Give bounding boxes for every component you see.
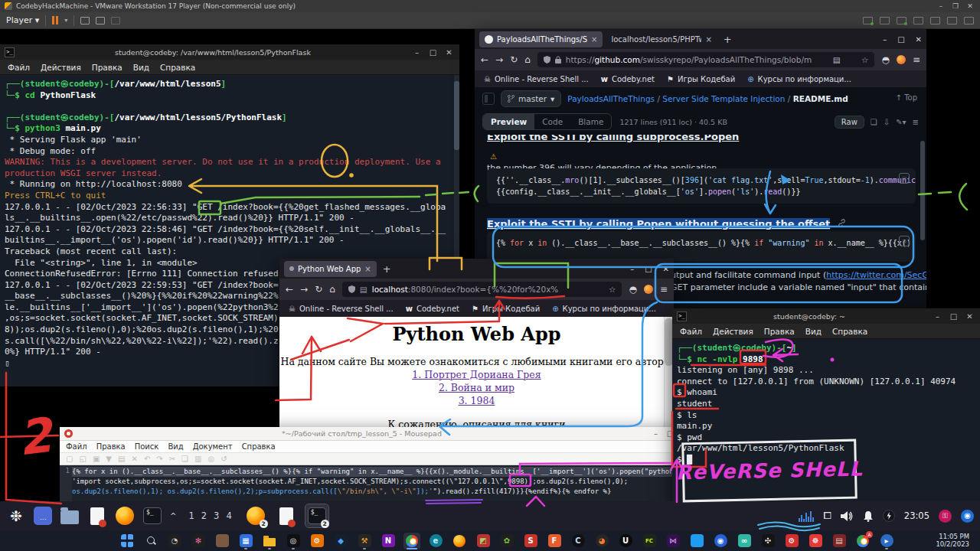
tab-preview[interactable]: Preview xyxy=(483,114,534,129)
toolbar-icon[interactable]: ▣ xyxy=(93,455,100,463)
book-link[interactable]: 1. Портрет Дориана Грея xyxy=(279,369,674,380)
taskbar-app-icon[interactable]: ▦ xyxy=(237,533,254,549)
pause-dropdown-icon[interactable]: ▾ xyxy=(64,17,67,24)
taskbar-app-icon[interactable]: ◕ xyxy=(593,533,610,549)
copy-code-icon[interactable]: ❏ xyxy=(899,236,910,246)
book-link[interactable]: 3. 1984 xyxy=(279,395,674,406)
pocket-icon[interactable]: ◓ xyxy=(629,284,636,295)
link-icon[interactable] xyxy=(838,219,846,227)
tab-payloadsallthethings[interactable]: PayloadsAllTheThings/Se × xyxy=(479,31,603,47)
minimize-button[interactable]: – xyxy=(630,265,634,273)
raw-button[interactable]: Raw xyxy=(835,116,864,129)
reload-button[interactable]: ↻ xyxy=(315,284,322,295)
menu-item[interactable]: Вид xyxy=(133,63,149,72)
menu-item[interactable]: Вид xyxy=(805,327,822,336)
display-status-icon[interactable] xyxy=(897,17,906,24)
power-manager-icon[interactable] xyxy=(883,510,895,522)
forward-button[interactable]: → xyxy=(300,284,308,295)
pause-vm-button[interactable] xyxy=(52,16,58,24)
toolbar-icon[interactable]: ▤ xyxy=(118,455,125,463)
breadcrumb-repo-link[interactable]: PayloadsAllTheThings xyxy=(567,94,655,103)
taskbar-app-icon[interactable]: ✻ xyxy=(190,533,207,549)
menu-item[interactable]: Действия xyxy=(713,327,753,336)
menu-item[interactable]: Справка xyxy=(242,442,276,451)
toolbar-icon[interactable]: ✂ xyxy=(169,455,175,463)
toolbar-icon[interactable]: ◎ xyxy=(208,455,215,463)
mousepad-titlebar[interactable]: *~/Рабочий стол/tmp_lesson_5 - Mousepad … xyxy=(60,427,680,441)
taskbar-app-icon[interactable]: FC xyxy=(641,533,658,549)
reader-icon[interactable]: ▤ xyxy=(833,55,841,64)
send-ctrl-alt-del-icon[interactable] xyxy=(80,17,90,24)
minimize-button[interactable]: – xyxy=(932,312,943,321)
taskbar-app-icon[interactable]: C xyxy=(570,533,586,549)
notifications-bell-icon[interactable] xyxy=(863,510,874,522)
taskbar-app-icon[interactable]: ▤ xyxy=(831,533,848,549)
back-button[interactable]: ← xyxy=(286,284,293,295)
pocket-icon[interactable]: ◓ xyxy=(881,54,889,65)
taskbar-app-icon[interactable]: ◎ xyxy=(285,533,302,549)
toolbar-icon[interactable]: ◱ xyxy=(79,455,86,463)
bookmark-item[interactable]: ☠Online - Reverse Shell ... xyxy=(289,305,394,313)
reload-button[interactable]: ↻ xyxy=(510,54,518,65)
copy-icon[interactable]: ❏ xyxy=(871,118,877,126)
menu-item[interactable]: Правка xyxy=(96,442,126,451)
vmware-maximize-button[interactable]: ❐ xyxy=(950,2,961,10)
menu-item[interactable]: Справка xyxy=(160,63,195,72)
fullscreen-icon[interactable] xyxy=(96,17,105,24)
workspace-number[interactable]: 3 xyxy=(214,510,219,521)
taskbar-app-icon[interactable]: ✣ xyxy=(760,533,776,549)
printer-status-icon[interactable] xyxy=(964,17,974,24)
menu-item[interactable]: Файл xyxy=(680,327,702,336)
bookmark-item[interactable]: wCodeby.net xyxy=(406,305,459,313)
workspace-number[interactable]: 1 xyxy=(188,510,194,521)
maximize-button[interactable]: □ xyxy=(897,35,904,44)
taskbar-app-icon[interactable]: ◉ xyxy=(712,533,729,549)
toolbar-icon[interactable]: ↷ xyxy=(156,455,162,463)
taskbar-app-icon[interactable]: U xyxy=(617,533,634,549)
edit-icon[interactable]: ✎▾ xyxy=(896,118,906,126)
taskbar-app-icon[interactable] xyxy=(403,533,420,549)
menu-item[interactable]: Документ xyxy=(193,442,233,451)
menu-item[interactable]: Файл xyxy=(8,63,30,72)
home-button[interactable]: ⌂ xyxy=(524,54,531,65)
tab-close-icon[interactable]: × xyxy=(364,265,371,273)
menu-item[interactable]: Вид xyxy=(168,442,183,451)
maximize-button[interactable]: □ xyxy=(427,48,439,57)
player-menu[interactable]: Player ▾ xyxy=(6,15,39,25)
display-tray-icon[interactable]: ⧠ xyxy=(823,510,831,522)
firefox-launcher-icon[interactable] xyxy=(115,506,135,526)
menu-item[interactable]: Действия xyxy=(41,63,81,72)
workspace-app-icon[interactable]: ⋯ xyxy=(34,507,52,525)
terminal-nc-titlebar[interactable]: >_ student@codeby: ~ – □ ✕ xyxy=(672,308,980,324)
back-button[interactable]: ← xyxy=(481,54,488,65)
applications-menu-icon[interactable]: ❉ xyxy=(6,506,26,526)
mousepad-editor[interactable]: 1 {% for x in ().__class__.__base__.__su… xyxy=(60,465,680,505)
menu-item[interactable]: Поиск xyxy=(135,442,159,451)
taskbar-app-icon[interactable]: N xyxy=(380,533,397,549)
toolbar-icon[interactable]: ↺ xyxy=(220,455,227,463)
tab-localhost-phptwig[interactable]: localhost/lesson5/PHPTwigI × xyxy=(606,31,717,47)
url-bar[interactable]: https://github.com/swisskyrepo/PayloadsA… xyxy=(537,52,875,67)
windows-clock[interactable]: 11:05 PM 10/2/2023 xyxy=(916,533,969,548)
bookmark-item[interactable]: ☠Online - Reverse Shell ... xyxy=(484,75,589,83)
tab-code[interactable]: Code xyxy=(534,114,570,129)
maximize-button[interactable]: □ xyxy=(948,312,959,321)
tab-close-icon[interactable]: × xyxy=(705,35,711,44)
start-button[interactable] xyxy=(119,533,136,549)
menu-item[interactable]: Правка xyxy=(764,327,795,336)
minimize-button[interactable]: – xyxy=(411,48,423,57)
vm-clock[interactable]: 23:05 xyxy=(904,510,929,521)
twitter-link[interactable]: https://twitter.com/SecGus xyxy=(826,270,926,280)
vmware-close-button[interactable]: ✕ xyxy=(965,2,975,10)
toolbar-icon[interactable]: ✕ xyxy=(132,455,138,463)
terminal-launcher-icon[interactable]: $_ xyxy=(142,506,162,526)
running-mousepad[interactable] xyxy=(275,504,298,527)
close-button[interactable]: ✕ xyxy=(964,312,975,321)
extension-icon[interactable] xyxy=(897,55,906,64)
close-button[interactable]: ✕ xyxy=(663,265,669,273)
keepass-tray-icon[interactable]: ⚿ xyxy=(939,510,952,523)
taskbar-app-icon[interactable]: A xyxy=(854,533,871,549)
tab-blame[interactable]: Blame xyxy=(570,114,611,129)
github-scrollbar[interactable] xyxy=(920,141,925,240)
taskbar-app-icon[interactable]: ✿ xyxy=(498,533,515,549)
